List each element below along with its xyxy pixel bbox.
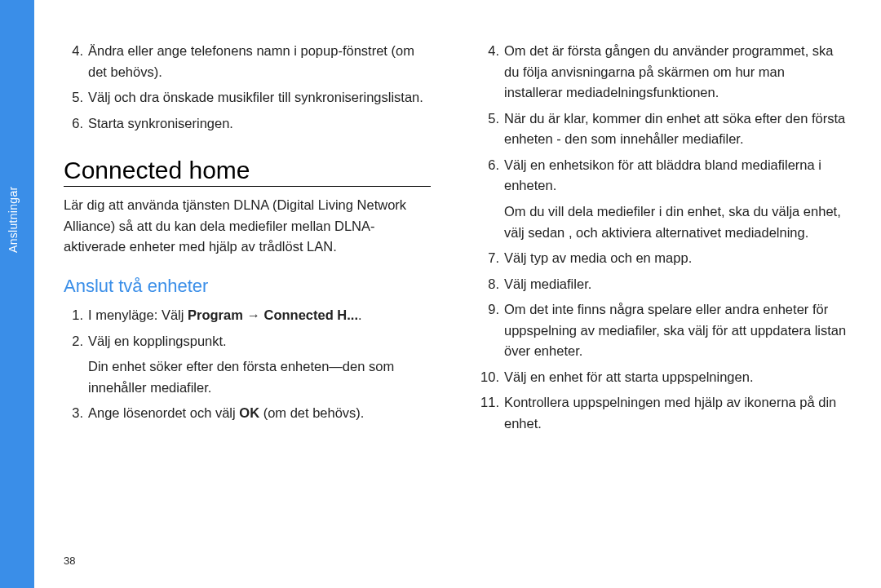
list-item: 1. I menyläge: Välj Program → Connected … [64, 305, 431, 326]
left-column: 4. Ändra eller ange telefonens namn i po… [64, 41, 431, 440]
list-number: 6. [480, 155, 504, 197]
list-number: 3. [64, 403, 88, 424]
list-text: Om det är första gången du använder prog… [504, 41, 847, 104]
list-text: I menyläge: Välj Program → Connected H..… [88, 305, 431, 326]
list-subtext: Om du vill dela mediefiler i din enhet, … [480, 201, 847, 243]
list-text: Välj en enhetsikon för att bläddra bland… [504, 155, 847, 197]
list-item: 4. Ändra eller ange telefonens namn i po… [64, 41, 431, 82]
text-fragment: Ange lösenordet och välj [88, 405, 239, 420]
list-number: 7. [480, 248, 504, 269]
sub-paragraph: Om du vill dela mediefiler i din enhet, … [480, 201, 847, 243]
list-text: Välj en kopplingspunkt. [88, 331, 431, 352]
right-ordered-list: 4. Om det är första gången du använder p… [480, 41, 847, 435]
side-tab-label: Anslutningar [7, 139, 20, 253]
list-item: 8. Välj mediafiler. [480, 274, 847, 295]
sub-paragraph: Din enhet söker efter den första enheten… [64, 356, 431, 398]
list-item: 5. När du är klar, kommer din enhet att … [480, 108, 847, 150]
side-tab: Anslutningar [0, 0, 34, 588]
list-number: 10. [480, 367, 504, 388]
list-text: Välj mediafiler. [504, 274, 847, 295]
list-text: Välj och dra önskade musikfiler till syn… [88, 87, 431, 108]
list-text: Ange lösenordet och välj OK (om det behö… [88, 403, 431, 424]
list-text: Ändra eller ange telefonens namn i popup… [88, 41, 431, 82]
subsection-heading: Anslut två enheter [64, 276, 431, 297]
bold-text: Connected H... [264, 307, 359, 322]
list-number: 5. [480, 108, 504, 150]
list-number: 8. [480, 274, 504, 295]
content-area: 4. Ändra eller ange telefonens namn i po… [64, 41, 847, 440]
list-number: 6. [64, 113, 88, 135]
list-text: Välj en enhet för att starta uppspelning… [504, 367, 847, 388]
page: Anslutningar 4. Ändra eller ange telefon… [0, 0, 881, 588]
section-intro: Lär dig att använda tjänsten DLNA (Digit… [64, 195, 431, 258]
list-item: 9. Om det inte finns några spelare eller… [480, 299, 847, 362]
list-number: 9. [480, 299, 504, 362]
list-number: 4. [64, 41, 88, 82]
list-item: 5. Välj och dra önskade musikfiler till … [64, 87, 431, 108]
section-heading: Connected home [64, 157, 431, 187]
list-number: 2. [64, 331, 88, 352]
steps-list: 1. I menyläge: Välj Program → Connected … [64, 305, 431, 424]
list-number: 1. [64, 305, 88, 326]
list-item: 3. Ange lösenordet och välj OK (om det b… [64, 403, 431, 424]
text-fragment: (om det behövs). [259, 405, 364, 420]
list-text: När du är klar, kommer din enhet att sök… [504, 108, 847, 150]
text-fragment: → [243, 307, 264, 322]
page-number: 38 [64, 555, 75, 567]
right-column: 4. Om det är första gången du använder p… [480, 41, 847, 440]
text-fragment: . [358, 307, 362, 322]
list-number: 4. [480, 41, 504, 104]
text-fragment: I menyläge: Välj [88, 307, 188, 322]
bold-text: OK [239, 405, 259, 420]
list-text: Välj typ av media och en mapp. [504, 248, 847, 269]
list-item: 6. Starta synkroniseringen. [64, 113, 431, 135]
list-subtext: Din enhet söker efter den första enheten… [64, 356, 431, 398]
list-number: 11. [480, 392, 504, 434]
list-item: 2. Välj en kopplingspunkt. [64, 331, 431, 352]
list-text: Starta synkroniseringen. [88, 113, 431, 135]
list-item: 6. Välj en enhetsikon för att bläddra bl… [480, 155, 847, 197]
top-ordered-list: 4. Ändra eller ange telefonens namn i po… [64, 41, 431, 134]
list-item: 7. Välj typ av media och en mapp. [480, 248, 847, 269]
list-number: 5. [64, 87, 88, 108]
list-text: Kontrollera uppspelningen med hjälp av i… [504, 392, 847, 434]
bold-text: Program [188, 307, 243, 322]
list-item: 4. Om det är första gången du använder p… [480, 41, 847, 104]
list-text: Om det inte finns några spelare eller an… [504, 299, 847, 362]
list-item: 10. Välj en enhet för att starta uppspel… [480, 367, 847, 388]
list-item: 11. Kontrollera uppspelningen med hjälp … [480, 392, 847, 434]
